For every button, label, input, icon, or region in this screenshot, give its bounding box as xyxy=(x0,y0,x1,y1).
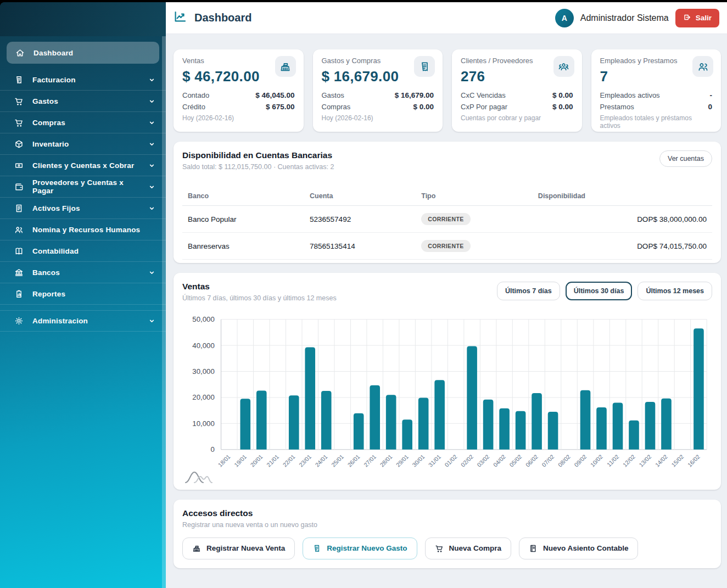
bank-icon xyxy=(14,268,24,277)
logout-label: Salir xyxy=(696,14,712,22)
main-header: Dashboard A Administrador Sistema Salir xyxy=(166,2,727,34)
header-right: A Administrador Sistema Salir xyxy=(555,9,719,27)
account-amount: DOP$ 74,015,750.00 xyxy=(538,242,707,250)
stat-card-iconbox xyxy=(275,56,296,77)
account-type: CORRIENTE xyxy=(421,240,538,252)
stat-card-row: Compras$ 0.00 xyxy=(322,101,434,113)
sidebar-item-activos-fijos[interactable]: Activos Fijos xyxy=(0,198,166,219)
sales-section-titles: Ventas Últimos 7 días, últimos 30 días y… xyxy=(182,282,337,302)
button-label: Nuevo Asiento Contable xyxy=(543,544,629,552)
stat-card-row: Contado$ 46,045.00 xyxy=(182,89,295,101)
svg-text:30/01: 30/01 xyxy=(411,453,426,468)
bar xyxy=(434,380,445,450)
sales-section-title: Ventas xyxy=(182,282,337,292)
sidebar-item-clientes-y-cuentas-x-cobrar[interactable]: Clientes y Cuentas x Cobrar xyxy=(0,155,166,176)
sidebar-item-inventario[interactable]: Inventario xyxy=(0,133,166,155)
chevron-down-icon xyxy=(148,161,156,170)
users-icon xyxy=(558,61,569,72)
bar xyxy=(354,413,364,450)
svg-text:13/02: 13/02 xyxy=(637,453,652,468)
bar xyxy=(645,402,656,450)
sidebar-item-reportes[interactable]: Reportes xyxy=(0,283,166,305)
bar xyxy=(694,328,704,450)
bank-accounts-card: Disponibilidad en Cuentas Bancarias Sald… xyxy=(174,142,721,263)
sidebar-item-label: Activos Fijos xyxy=(32,204,139,212)
stat-card-row: Crédito$ 675.00 xyxy=(182,101,295,113)
svg-text:27/01: 27/01 xyxy=(362,453,377,468)
bar xyxy=(596,407,607,450)
svg-text:20/01: 20/01 xyxy=(249,453,264,468)
stat-card-row: Gastos$ 16,679.00 xyxy=(322,89,434,101)
sidebar-scrollbar[interactable] xyxy=(162,36,166,588)
sidebar-nav: DashboardFacturacionGastosComprasInventa… xyxy=(0,36,166,332)
account-amount: DOP$ 38,000,000.00 xyxy=(538,215,707,223)
sidebar-item-gastos[interactable]: Gastos xyxy=(0,91,166,112)
range-button-ultimos-12-meses[interactable]: Últimos 12 meses xyxy=(637,282,712,300)
bar xyxy=(516,411,526,450)
stat-row-value: $ 16,679.00 xyxy=(395,89,434,101)
stat-row-label: CxP Por pagar xyxy=(461,101,507,113)
sidebar-item-proveedores-y-cuentas-x-pagar[interactable]: Proveedores y Cuentas x Pagar xyxy=(0,176,166,198)
svg-text:15/02: 15/02 xyxy=(670,453,685,468)
table-row: Banco Popular5236557492CORRIENTEDOP$ 38,… xyxy=(182,206,712,233)
sidebar-item-facturacion[interactable]: Facturacion xyxy=(0,69,166,91)
sidebar-item-label: Clientes y Cuentas x Cobrar xyxy=(32,161,139,170)
bank-name: Banco Popular xyxy=(188,215,310,223)
sidebar-item-administracion[interactable]: Administracion xyxy=(0,310,166,332)
stat-card-row: Prestamos0 xyxy=(600,101,713,113)
svg-text:0: 0 xyxy=(210,445,214,453)
bar xyxy=(402,419,412,450)
bar xyxy=(289,395,299,450)
bar xyxy=(483,400,494,450)
stat-card-iconbox xyxy=(692,56,713,77)
sidebar-item-label: Inventario xyxy=(32,140,139,148)
svg-text:23/01: 23/01 xyxy=(298,453,312,468)
range-button-ultimos-30-dias[interactable]: Últimos 30 días xyxy=(566,282,633,300)
chart-preview-icon[interactable] xyxy=(184,470,213,486)
cart-icon xyxy=(14,97,24,106)
stat-card-ventas: Ventas$ 46,720.00Contado$ 46,045.00Crédi… xyxy=(174,49,304,132)
account-number: 78565135414 xyxy=(310,242,421,250)
sidebar-item-dashboard[interactable]: Dashboard xyxy=(7,42,159,64)
bank-section-titles: Disponibilidad en Cuentas Bancarias Sald… xyxy=(182,150,334,171)
registrar-nueva-venta-button[interactable]: Registrar Nueva Venta xyxy=(182,537,295,559)
sidebar-item-label: Facturacion xyxy=(32,76,139,84)
svg-text:04/02: 04/02 xyxy=(492,453,507,468)
svg-text:30,000: 30,000 xyxy=(192,367,214,376)
stat-row-label: Contado xyxy=(182,89,209,101)
sidebar-item-compras[interactable]: Compras xyxy=(0,112,166,133)
stat-card-gastos-y-compras: Gastos y Compras$ 16,679.00Gastos$ 16,67… xyxy=(313,49,443,132)
chevron-down-icon xyxy=(148,204,156,212)
svg-text:10/02: 10/02 xyxy=(589,453,604,468)
range-button-ultimos-7-dias[interactable]: Últimos 7 días xyxy=(497,282,560,300)
employees-icon xyxy=(697,61,709,72)
chart-title-icon xyxy=(174,10,187,26)
stat-row-label: CxC Vencidas xyxy=(461,89,506,101)
svg-text:22/01: 22/01 xyxy=(281,453,296,468)
column-header-tipo: Tipo xyxy=(421,192,538,200)
bank-section-subtitle: Saldo total: $ 112,015,750.00 · Cuentas … xyxy=(182,163,334,171)
view-accounts-button[interactable]: Ver cuentas xyxy=(659,150,712,167)
stat-row-label: Compras xyxy=(322,101,351,113)
sales-chart-card: Ventas Últimos 7 días, últimos 30 días y… xyxy=(174,273,721,490)
bar xyxy=(321,391,332,450)
sidebar-item-nomina-y-recursos-humanos[interactable]: Nomina y Recursos Humanos xyxy=(0,219,166,240)
sidebar-item-bancos[interactable]: Bancos xyxy=(0,262,166,283)
svg-text:11/02: 11/02 xyxy=(606,453,620,468)
bar xyxy=(305,347,315,449)
sidebar-item-contabilidad[interactable]: Contabilidad xyxy=(0,240,166,262)
nueva-compra-button[interactable]: Nueva Compra xyxy=(425,537,511,559)
sidebar-item-label: Bancos xyxy=(32,268,139,277)
nuevo-asiento-contable-button[interactable]: Nuevo Asiento Contable xyxy=(519,537,639,559)
avatar[interactable]: A xyxy=(555,9,574,27)
svg-text:07/02: 07/02 xyxy=(540,453,555,468)
sidebar-item-label: Gastos xyxy=(32,97,139,105)
registrar-nuevo-gasto-button[interactable]: Registrar Nuevo Gasto xyxy=(303,537,417,559)
app-frame: DashboardFacturacionGastosComprasInventa… xyxy=(0,2,727,588)
logout-button[interactable]: Salir xyxy=(675,9,719,27)
account-type-badge: CORRIENTE xyxy=(421,213,470,225)
fixed-assets-icon xyxy=(14,204,24,213)
bar xyxy=(256,391,267,450)
svg-text:18/01: 18/01 xyxy=(216,453,231,468)
bar xyxy=(240,399,250,449)
